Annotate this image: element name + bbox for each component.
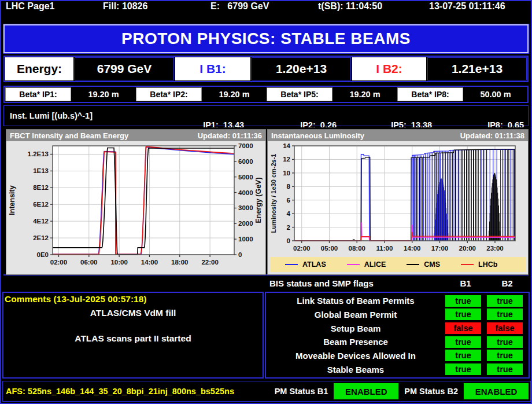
inst-lumi-label: Inst. Lumi [(ub.s)^-1] [10,111,93,120]
svg-text:1000: 1000 [238,236,253,243]
bis-row-label: Global Beam Permit [266,310,445,319]
legend-entry-cms: CMS [407,260,440,269]
legend-entry-atlas: ATLAS [285,260,326,269]
energy-row: Energy: 6799 GeV I B1: 1.20e+13 I B2: 1.… [3,56,529,82]
svg-text:Luminosity / 1e30 cm-2s-1: Luminosity / 1e30 cm-2s-1 [270,154,277,233]
footer-bar: AFS: 525ns_146b_144_35_20_8bpi_21inj_800… [2,381,531,402]
pm-status-group: PM Status B1 ENABLED PM Status B2 ENABLE… [272,383,530,399]
status-badge-b2: true [487,336,523,348]
bis-row-label: Stable Beams [266,365,445,374]
svg-text:2: 2 [287,224,290,231]
lumi-chart-title: Instantaneous Luminosity [271,131,364,140]
svg-text:20:00: 20:00 [459,245,476,252]
legend-swatch [347,264,360,265]
svg-text:1E13: 1E13 [33,167,49,174]
comments-box: Comments (13-Jul-2025 00:57:18) ATLAS/CM… [2,292,264,379]
bis-table: Link Status of Beam Permits true true Gl… [265,292,530,379]
time-stable: t(SB): 11:04:50 [318,1,382,12]
comments-title: Comments (13-Jul-2025 00:57:18) [3,293,263,307]
svg-text:4000: 4000 [238,189,253,196]
svg-text:4: 4 [287,210,291,217]
svg-text:12: 12 [283,156,290,163]
legend-label: LHCb [478,260,497,269]
svg-text:Energy (GeV): Energy (GeV) [254,177,263,223]
ib1-label: I B1: [175,57,250,80]
beta-ip1: Beta* IP1: 19.20 m [5,87,135,102]
svg-text:8E12: 8E12 [33,184,49,191]
svg-text:2E12: 2E12 [33,234,49,241]
comment-line: ATLAS/CMS VdM fill [3,307,263,319]
beta-ip8-value: 50.00 m [464,87,527,102]
svg-text:4E12: 4E12 [33,218,49,225]
legend-label: ALICE [364,260,386,269]
svg-text:06:00: 06:00 [80,259,97,266]
legend-swatch [461,264,474,265]
svg-text:6E12: 6E12 [33,201,49,208]
svg-text:14:00: 14:00 [141,259,158,266]
beta-ip5-label: Beta* IP5: [267,87,332,101]
svg-text:5000: 5000 [238,174,253,181]
status-badge-b2: true [487,295,523,307]
bis-row-label: Beam Presence [266,337,445,347]
bis-row-label: Moveable Devices Allowed In [266,351,445,361]
fbct-chart: 02:0006:0010:0014:0018:0022:000E02E124E1… [6,141,265,274]
pm-b2-badge: ENABLED [464,383,529,399]
beta-ip8: Beta* IP8: 50.00 m [397,87,527,102]
svg-text:05:00: 05:00 [321,245,338,252]
svg-text:0E0: 0E0 [37,251,49,258]
energy-value: 6799 GeV [75,57,174,80]
bis-col-b2: B2 [489,278,525,288]
status-badge-b2: true [487,363,523,375]
svg-text:08:00: 08:00 [349,245,365,252]
lumi-chart: 02:0005:0008:0011:0014:0017:0020:0023:00… [268,141,528,256]
status-badge-b1: true [445,350,481,361]
comment-line: ATLAS scans part II started [3,332,263,345]
page-title: PROTON PHYSICS: STABLE BEAMS [3,24,529,53]
beta-ip2-label: Beta* IP2: [136,87,202,101]
charts-section: FBCT Intensity and Beam Energy Updated: … [3,127,529,276]
afs-scheme: AFS: 525ns_146b_144_35_20_8bpi_21inj_800… [3,387,234,396]
svg-text:11:00: 11:00 [376,245,393,252]
svg-text:8: 8 [287,183,291,190]
fbct-chart-panel: FBCT Intensity and Beam Energy Updated: … [6,129,266,275]
table-row: Moveable Devices Allowed In true true [266,350,529,362]
table-row: Beam Presence true true [266,336,529,348]
lhc-page1: LHC Page1 Fill: 10826 E: 6799 GeV t(SB):… [0,0,532,404]
page-title-text: PROTON PHYSICS: STABLE BEAMS [121,30,411,48]
beta-row: Beta* IP1: 19.20 m Beta* IP2: 19.20 m Be… [3,86,529,103]
lumi-chart-updated: Updated: 01:11:38 [460,131,524,140]
beta-ip2: Beta* IP2: 19.20 m [135,87,266,102]
svg-text:7000: 7000 [238,142,253,149]
beta-ip1-label: Beta* IP1: [5,87,71,101]
svg-text:18:00: 18:00 [171,259,188,266]
svg-text:6000: 6000 [238,158,253,165]
pm-b1-label: PM Status B1 [272,387,331,396]
table-row: Stable Beams true true [266,363,529,376]
top-header: LHC Page1 Fill: 10826 E: 6799 GeV t(SB):… [1,1,531,20]
bis-row-label: Setup Beam [266,324,445,333]
pm-b2-label: PM Status B2 [402,387,460,396]
lumi-chart-legend: ATLASALICECMSLHCb [270,257,526,272]
comment-line [3,319,263,332]
legend-label: CMS [424,260,440,269]
svg-text:22:00: 22:00 [201,259,218,266]
lumi-chart-header: Instantaneous Luminosity Updated: 01:11:… [268,130,528,141]
legend-entry-alice: ALICE [347,260,386,269]
legend-entry-lhcb: LHCb [461,260,497,269]
status-badge-b1: false [445,322,481,334]
fbct-chart-updated: Updated: 01:11:36 [198,131,262,140]
legend-label: ATLAS [302,260,326,269]
svg-text:10: 10 [283,170,290,177]
bis-col-b1: B1 [448,278,483,288]
svg-text:3000: 3000 [238,204,253,211]
fill-number: Fill: 10826 [103,1,147,12]
svg-text:Intensity: Intensity [8,185,16,215]
beta-ip5: Beta* IP5: 19.20 m [266,87,397,102]
svg-text:0: 0 [287,237,290,244]
svg-text:14:00: 14:00 [404,245,420,252]
svg-text:23:00: 23:00 [486,245,503,252]
table-row: Setup Beam false false [266,322,529,335]
ib1-value: 1.20e+13 [252,57,351,80]
legend-swatch [285,264,298,265]
bis-title: BIS status and SMP flags [269,278,374,288]
